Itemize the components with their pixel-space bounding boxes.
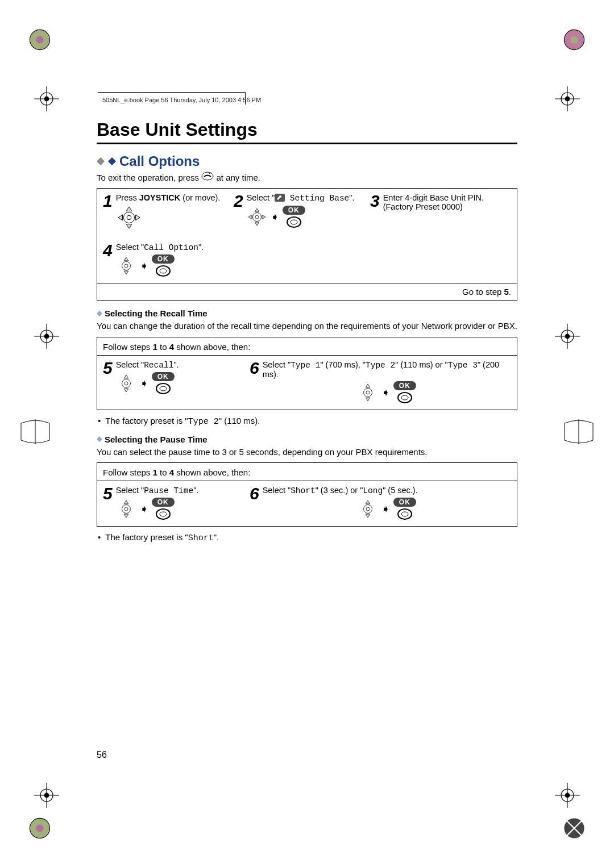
text: Select " (116, 360, 144, 369)
text: " (5 sec.). (383, 486, 418, 495)
text: ". (193, 486, 198, 495)
text: Enter 4-digit Base Unit PIN. (383, 193, 511, 202)
text: shown above, then: (174, 342, 250, 352)
text: Type 1 (291, 361, 320, 370)
svg-point-29 (156, 266, 170, 276)
step-6: 6 Select "Short" (3 sec.) or "Long" (5 s… (250, 486, 511, 520)
text: Follow steps (103, 342, 153, 352)
text: Go to step 5. (462, 287, 511, 297)
page-number: 56 (97, 750, 107, 760)
step-2: 2 Select " Setting Base". ➧ OK (234, 193, 364, 232)
step-3: 3 Enter 4-digit Base Unit PIN. (Factory … (370, 193, 511, 232)
ok-badge: OK (152, 254, 175, 264)
text: ". (173, 360, 179, 369)
svg-point-46 (401, 512, 408, 516)
text: Call Option (144, 243, 198, 252)
joystick-updown-icon (358, 499, 378, 519)
crop-mark-icon (555, 783, 580, 808)
text: The factory preset is " (105, 416, 188, 425)
registration-mark-icon (562, 816, 587, 841)
text: Type 2 (188, 417, 219, 427)
step-6: 6 Select "Type 1" (700 ms), "Type 2" (11… (250, 360, 511, 404)
joystick-updown-icon (116, 373, 136, 394)
arrow-icon: ➧ (381, 386, 390, 399)
hangup-icon (201, 172, 214, 181)
step-5: 5 Select "Recall". ➧ OK (103, 360, 239, 404)
follow-heading: Follow steps 1 to 4 shown above, then: (97, 463, 517, 481)
sub-heading: Selecting the Recall Time (105, 308, 208, 318)
text: Short (291, 486, 316, 495)
ok-badge: OK (393, 381, 416, 390)
title-rule (97, 143, 517, 144)
page-title: Base Unit Settings (97, 119, 517, 140)
step-number: 3 (370, 193, 380, 232)
text: Type 2 (366, 361, 395, 370)
step-number: 5 (103, 360, 113, 375)
text: " (700 ms), " (320, 360, 366, 369)
svg-point-45 (398, 509, 412, 519)
text: Press (116, 193, 139, 202)
ok-badge: OK (152, 372, 175, 381)
svg-point-41 (156, 509, 170, 519)
step-5: 5 Select "Pause Time". ➧ OK (103, 486, 239, 520)
text: 4 (169, 342, 174, 352)
svg-point-26 (291, 220, 297, 224)
svg-point-33 (156, 383, 170, 394)
text: at any time. (216, 173, 260, 182)
step-4: 4 Select "Call Option". ➧ OK (103, 243, 511, 277)
text: " (110 ms). (219, 416, 260, 425)
text: " (110 ms) or " (395, 360, 447, 369)
registration-mark-icon (562, 27, 587, 52)
text: Select " (116, 243, 144, 252)
text: (Factory Preset 0000) (383, 202, 511, 211)
ok-badge: OK (283, 206, 305, 215)
arrow-icon: ➧ (140, 260, 148, 272)
ok-button-icon (397, 391, 413, 404)
svg-point-21 (127, 215, 131, 220)
step-number: 6 (250, 360, 259, 375)
exit-instruction: To exit the operation, press at any time… (97, 172, 517, 183)
step-number: 4 (103, 243, 113, 277)
ok-button-icon (286, 216, 302, 228)
follow-box-pause: Follow steps 1 to 4 shown above, then: 5… (97, 462, 517, 527)
svg-point-3 (570, 36, 578, 43)
ok-badge: OK (152, 498, 175, 507)
diamond-icon (108, 157, 116, 165)
text: ". (214, 532, 219, 542)
crop-mark-icon (34, 783, 59, 808)
text: Follow steps (103, 468, 153, 477)
text: to (157, 342, 169, 352)
text: Type 3 (448, 361, 478, 370)
crop-mark-icon (555, 86, 580, 111)
svg-point-38 (401, 395, 408, 400)
text: 4 (169, 468, 174, 477)
book-fold-icon (562, 415, 596, 449)
text: shown above, then: (174, 468, 250, 477)
joystick-updown-icon (116, 256, 136, 276)
book-fold-icon (18, 415, 52, 449)
crop-mark-icon (34, 86, 59, 111)
svg-point-1 (36, 36, 43, 43)
svg-point-37 (398, 393, 412, 403)
text: 1 (153, 468, 157, 477)
factory-preset-pause: The factory preset is "Short". (98, 532, 517, 543)
arrow-icon: ➧ (140, 377, 148, 390)
follow-box-recall: Follow steps 1 to 4 shown above, then: 5… (97, 337, 517, 410)
joystick-updown-icon (358, 382, 378, 403)
ok-badge: OK (393, 498, 416, 507)
crop-mark-icon (555, 324, 580, 349)
running-header: 505NL_e.book Page 56 Thursday, July 10, … (102, 97, 261, 103)
text: Select " (116, 486, 144, 495)
text: Setting Base (285, 194, 349, 203)
steps-box: 1 Press JOYSTICK (or move). 2 Select (97, 188, 517, 301)
step-number: 6 (250, 486, 259, 501)
svg-point-19 (202, 172, 213, 180)
joystick-icon (247, 207, 267, 227)
svg-point-44 (366, 507, 370, 511)
recall-body: You can change the duration of the recal… (97, 320, 517, 332)
step-number: 2 (234, 193, 243, 232)
svg-point-32 (125, 382, 128, 385)
text: JOYSTICK (139, 193, 181, 202)
go-to-step-5: Go to step 5. (97, 283, 517, 300)
section-heading: Call Options (119, 153, 200, 169)
